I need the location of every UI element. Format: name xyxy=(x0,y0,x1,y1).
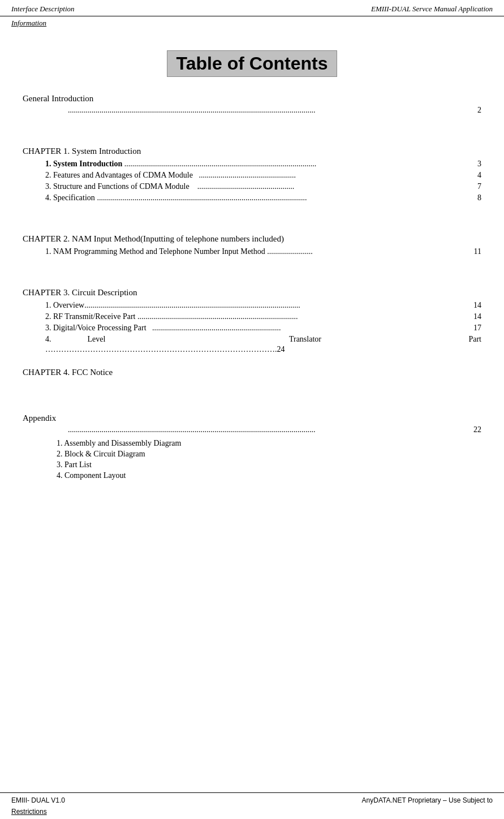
general-intro-dots-line: ........................................… xyxy=(23,106,481,115)
chapter3-heading: CHAPTER 3. Circuit Description xyxy=(23,288,481,298)
header-right: EMIII-DUAL Servce Manual Application xyxy=(371,5,493,14)
chapter1-item-4: 4. Specification .......................… xyxy=(23,193,481,202)
chapter1-item-4-label: 4. Specification xyxy=(45,193,95,202)
appendix-page: 22 xyxy=(470,425,481,434)
header-left: Interface Description xyxy=(11,5,75,14)
appendix-dots: ........................................… xyxy=(68,425,470,434)
chapter3-item-1-page: 14 xyxy=(470,301,481,310)
chapter3-item-2-page: 14 xyxy=(470,312,481,321)
appendix-dots-line: ........................................… xyxy=(23,425,481,434)
chapter1-item-1-dots: ........................................… xyxy=(122,160,470,169)
chapter1-item-1: 1. System Introduction .................… xyxy=(23,160,481,169)
chapter2-heading: CHAPTER 2. NAM Input Method(Inputting of… xyxy=(23,234,481,244)
chapter3-level-label: Level xyxy=(51,335,142,344)
chapter1-item-2-page: 4 xyxy=(470,171,481,180)
appendix-item-1: 1. Assembly and Disassembly Diagram xyxy=(23,439,481,448)
chapter1-heading: CHAPTER 1. System Introduction xyxy=(23,146,481,156)
chapter3-ellipsis-line: …………………………………………………………………………….24 xyxy=(23,345,481,354)
general-intro-heading: General Introduction xyxy=(23,94,481,104)
chapter1-item-3-dots: ........................................… xyxy=(189,182,470,191)
chapter1-item-2: 2. Features and Advantages of CDMA Modul… xyxy=(23,171,481,180)
chapter4-section: CHAPTER 4. FCC Notice xyxy=(23,368,481,377)
subheader: Information xyxy=(0,16,504,28)
chapter3-part-label: Part xyxy=(468,335,481,344)
chapter2-item-1-dots: ....................... xyxy=(265,247,470,256)
footer-left: EMIII- DUAL V1.0 xyxy=(11,796,65,804)
chapter1-section: CHAPTER 1. System Introduction 1. System… xyxy=(23,146,481,202)
appendix-item-4: 4. Component Layout xyxy=(23,471,481,480)
page-header: Interface Description EMIII-DUAL Servce … xyxy=(0,0,504,16)
chapter2-item-1: 1. NAM Programming Method and Telephone … xyxy=(23,247,481,256)
chapter3-item-2-dots: ........................................… xyxy=(135,312,470,321)
chapter2-item-1-page: 11 xyxy=(470,247,481,256)
chapter2-item-1-label: 1. NAM Programming Method and Telephone … xyxy=(45,247,265,256)
chapter4-heading: CHAPTER 4. FCC Notice xyxy=(23,368,481,377)
appendix-item-2: 2. Block & Circuit Diagram xyxy=(23,450,481,459)
appendix-section: Appendix ...............................… xyxy=(23,413,481,480)
chapter3-item-3-label: 3. Digital/Voice Processing Part xyxy=(45,324,147,333)
chapter3-item-1: 1. Overview ............................… xyxy=(23,301,481,310)
general-intro-page: 2 xyxy=(470,106,481,115)
chapter3-ellipsis: …………………………………………………………………………….24 xyxy=(45,345,285,354)
chapter3-item-1-dots: ........................................… xyxy=(84,301,470,310)
chapter3-item-3-dots: ........................................… xyxy=(147,324,470,333)
chapter1-item-1-label: 1. System Introduction xyxy=(45,160,122,169)
page-wrapper: Interface Description EMIII-DUAL Servce … xyxy=(0,0,504,819)
chapter1-item-3-page: 7 xyxy=(470,182,481,191)
subheader-text: Information xyxy=(11,19,46,27)
chapter1-item-3: 3. Structure and Functions of CDMA Modul… xyxy=(23,182,481,191)
appendix-heading: Appendix xyxy=(23,413,481,423)
page-footer: EMIII- DUAL V1.0 AnyDATA.NET Proprietary… xyxy=(0,792,504,808)
general-introduction-section: General Introduction ...................… xyxy=(23,94,481,115)
chapter1-item-2-dots: ........................................… xyxy=(193,171,470,180)
chapter3-item-1-label: 1. Overview xyxy=(45,301,84,310)
main-content: Table of Contents General Introduction .… xyxy=(0,28,504,792)
chapter1-item-4-dots: ........................................… xyxy=(95,193,470,202)
chapter1-item-1-page: 3 xyxy=(470,160,481,169)
footer-restrictions: Restrictions xyxy=(0,808,504,819)
chapter3-item-3: 3. Digital/Voice Processing Part .......… xyxy=(23,324,481,333)
chapter1-item-3-label: 3. Structure and Functions of CDMA Modul… xyxy=(45,182,189,191)
chapter3-item-2: 2. RF Transmit/Receive Part ............… xyxy=(23,312,481,321)
page-title: Table of Contents xyxy=(23,50,481,77)
chapter3-level-line: 4. Level Translator Part xyxy=(23,335,481,344)
toc-title: Table of Contents xyxy=(167,50,338,77)
chapter3-section: CHAPTER 3. Circuit Description 1. Overvi… xyxy=(23,288,481,354)
chapter2-section: CHAPTER 2. NAM Input Method(Inputting of… xyxy=(23,234,481,256)
chapter1-item-2-label: 2. Features and Advantages of CDMA Modul… xyxy=(45,171,193,180)
chapter3-item-2-label: 2. RF Transmit/Receive Part xyxy=(45,312,135,321)
chapter3-translator-label: Translator xyxy=(142,335,469,344)
general-intro-dots: ........................................… xyxy=(68,106,470,115)
appendix-item-3: 3. Part List xyxy=(23,460,481,469)
footer-right: AnyDATA.NET Proprietary – Use Subject to xyxy=(362,796,493,804)
chapter3-item-3-page: 17 xyxy=(470,324,481,333)
footer-restrictions-text: Restrictions xyxy=(11,808,47,816)
chapter1-item-4-page: 8 xyxy=(470,193,481,202)
chapter3-level-4: 4. xyxy=(45,335,51,344)
